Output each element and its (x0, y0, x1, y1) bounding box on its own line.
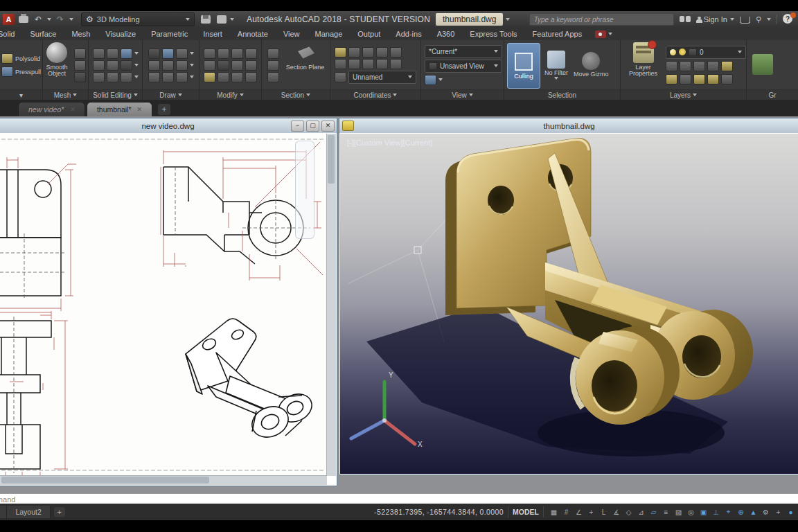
layer-tool-icon[interactable] (693, 61, 705, 71)
layer-tool-icon[interactable] (721, 61, 733, 71)
chevron-down-icon[interactable] (190, 76, 194, 78)
chevron-down-icon[interactable] (190, 64, 194, 66)
ribbon-tab[interactable]: Output (350, 28, 388, 39)
tool-icon[interactable] (218, 60, 229, 71)
presspull-button[interactable]: Presspull (1, 66, 41, 77)
no-filter-button[interactable]: No Filter (542, 51, 571, 80)
store-cart-icon[interactable] (740, 17, 750, 24)
chevron-down-icon[interactable] (134, 52, 139, 55)
help-button[interactable]: ? (783, 14, 794, 25)
chevron-down-icon[interactable] (190, 52, 194, 55)
status-toggle-icon[interactable]: + (772, 506, 784, 518)
tool-icon[interactable] (218, 48, 229, 59)
ribbon-tab[interactable]: A360 (429, 28, 463, 39)
layer-tool-icon[interactable] (707, 74, 719, 85)
close-button[interactable]: ✕ (321, 121, 335, 132)
polysolid-button[interactable]: Polysolid (1, 53, 40, 64)
status-toggle-icon[interactable]: ∡ (610, 506, 622, 518)
file-tab[interactable]: thumbnail*✕ (87, 102, 152, 116)
undo-dropdown-icon[interactable] (47, 18, 51, 21)
tool-icon[interactable] (267, 60, 279, 71)
thumbnail-title-bar[interactable]: thumbnail.dwg (339, 118, 798, 133)
ucs-icon[interactable] (348, 59, 360, 69)
tool-icon[interactable] (245, 60, 257, 71)
panel-label-view[interactable]: View (421, 89, 504, 100)
tool-icon[interactable] (176, 60, 188, 71)
vertical-scrollbar[interactable] (326, 134, 336, 476)
ucs-icon[interactable] (390, 59, 402, 69)
layer-tool-icon[interactable] (721, 74, 733, 85)
ribbon-tab[interactable]: View (276, 28, 308, 39)
tool-icon[interactable] (107, 48, 118, 59)
panel-label-mesh[interactable]: Mesh (43, 89, 88, 100)
tool-icon[interactable] (121, 72, 132, 82)
ucs-icon[interactable] (335, 47, 346, 57)
visual-style-dropdown[interactable]: *Current* (425, 45, 502, 58)
model-space-toggle[interactable]: MODEL (508, 506, 544, 517)
tool-icon[interactable] (245, 72, 257, 82)
tool-icon[interactable] (93, 48, 105, 59)
tool-icon[interactable] (231, 48, 243, 59)
qat-dropdown-icon[interactable] (230, 18, 234, 21)
layout-tab[interactable]: Layout2 (7, 506, 50, 518)
status-toggle-icon[interactable]: ∠ (573, 506, 585, 518)
app-menu-button[interactable]: A (3, 14, 15, 25)
group-icon[interactable] (752, 54, 773, 75)
layer-tool-icon[interactable] (666, 74, 677, 85)
tool-icon[interactable] (93, 72, 105, 82)
panel-label-selection[interactable]: Selection (504, 89, 620, 100)
chevron-down-icon[interactable] (134, 76, 139, 78)
panel-label-groups[interactable]: Gr (747, 89, 798, 100)
add-layout-button[interactable]: + (54, 507, 65, 517)
close-icon[interactable]: ✕ (137, 106, 143, 113)
ribbon-tab[interactable]: Express Tools (462, 28, 524, 39)
panel-label-modify[interactable]: Modify (200, 89, 261, 100)
ucs-icon[interactable] (335, 59, 346, 69)
tool-icon[interactable] (93, 60, 105, 71)
panel-label-coordinates[interactable]: Coordinates (330, 89, 420, 100)
status-toggle-icon[interactable]: # (560, 506, 572, 518)
new-video-title-bar[interactable]: new video.dwg − ▢ ✕ (0, 118, 337, 133)
tool-icon[interactable] (245, 48, 257, 59)
tool-icon[interactable] (148, 60, 160, 71)
redo-icon[interactable]: ↷ (55, 15, 66, 25)
status-toggle-icon[interactable]: ▱ (648, 506, 659, 518)
tool-icon[interactable] (162, 48, 174, 59)
horizontal-scrollbar[interactable] (0, 475, 327, 485)
status-toggle-icon[interactable]: ● (785, 506, 797, 518)
section-plane-button[interactable]: Section Plane (284, 41, 327, 89)
status-toggle-icon[interactable]: L (598, 506, 610, 518)
tool-icon[interactable] (162, 60, 174, 71)
layer-properties-button[interactable]: Layer Properties (623, 41, 663, 89)
tool-icon[interactable] (231, 60, 243, 71)
status-toggle-icon[interactable]: ≡ (660, 506, 672, 518)
layer-tool-icon[interactable] (680, 61, 691, 71)
status-toggle-icon[interactable]: ▦ (548, 506, 560, 518)
panel-label-modeling[interactable]: ▾ (0, 89, 42, 100)
tool-icon[interactable] (267, 48, 279, 59)
print-icon[interactable] (18, 15, 29, 25)
tool-icon[interactable] (218, 72, 229, 82)
status-toggle-icon[interactable]: ⚙ (760, 506, 772, 518)
save-icon[interactable] (201, 15, 211, 24)
status-toggle-icon[interactable]: ⊿ (635, 506, 647, 518)
named-view-dropdown[interactable]: Unsaved View (425, 60, 502, 73)
plot-icon[interactable] (217, 15, 227, 24)
panel-label-section[interactable]: Section (262, 89, 330, 100)
smooth-object-button[interactable]: Smooth Object (43, 41, 71, 89)
ribbon-tab[interactable]: Solid (0, 28, 22, 39)
layer-tool-icon[interactable] (680, 74, 691, 85)
culling-button[interactable]: Culling (507, 43, 540, 89)
layer-tool-icon[interactable] (693, 74, 705, 85)
tool-icon[interactable] (204, 60, 215, 71)
tool-icon[interactable] (204, 72, 215, 82)
status-toggle-icon[interactable]: ⌖ (722, 506, 734, 518)
redo-dropdown-icon[interactable] (69, 18, 73, 21)
tool-icon[interactable] (176, 48, 188, 59)
ucs-icon[interactable] (335, 72, 346, 82)
layer-dropdown[interactable]: 0 (666, 46, 746, 59)
tool-icon[interactable] (74, 60, 86, 71)
sign-in-button[interactable]: Sign In (696, 15, 734, 24)
status-toggle-icon[interactable]: ⊕ (735, 506, 747, 518)
share-icon[interactable]: ⚲ (756, 15, 761, 24)
